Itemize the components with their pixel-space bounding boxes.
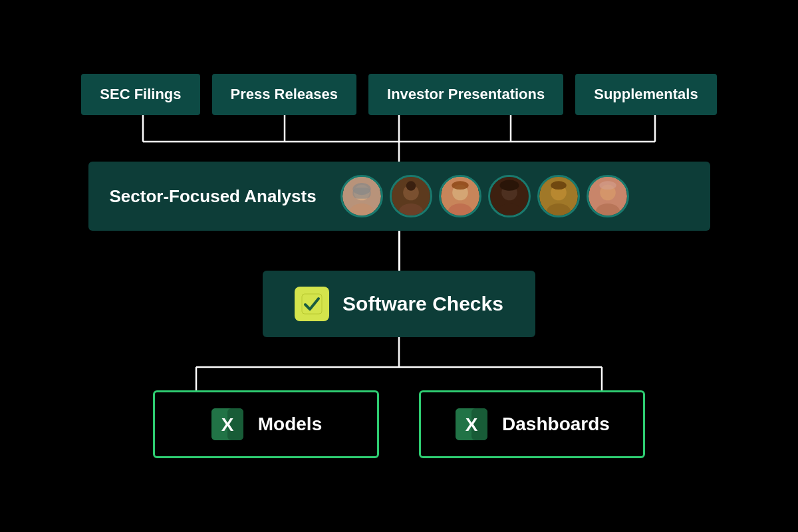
- avatar-4: [488, 175, 531, 217]
- svg-rect-10: [352, 188, 370, 198]
- avatar-2: [390, 175, 432, 217]
- connector-top: [33, 115, 765, 162]
- svg-point-14: [406, 181, 416, 191]
- top-row: SEC Filings Press Releases Investor Pres…: [33, 74, 765, 115]
- avatar-6: [587, 175, 629, 217]
- avatar-5: [537, 175, 580, 217]
- org-diagram: SEC Filings Press Releases Investor Pres…: [33, 74, 765, 458]
- analysts-label: Sector-Focused Analysts: [110, 186, 317, 207]
- svg-text:X: X: [466, 414, 478, 435]
- top-box-sec-filings: SEC Filings: [81, 74, 200, 115]
- excel-icon-models: X: [210, 407, 245, 442]
- v-connector-1: [398, 231, 400, 271]
- analysts-box: Sector-Focused Analysts: [88, 162, 710, 231]
- svg-point-30: [599, 181, 616, 190]
- avatar-3: [439, 175, 481, 217]
- connector-bottom: [33, 337, 765, 390]
- models-box: X Models: [153, 390, 379, 458]
- top-box-press-releases: Press Releases: [212, 74, 356, 115]
- svg-text:X: X: [221, 414, 233, 435]
- dashboards-box: X Dashboards: [419, 390, 645, 458]
- analysts-avatars: [340, 175, 629, 217]
- models-label: Models: [258, 414, 322, 435]
- excel-icon-dashboards: X: [454, 407, 489, 442]
- svg-point-26: [551, 181, 567, 190]
- software-checks-label: Software Checks: [342, 293, 503, 315]
- svg-point-18: [452, 181, 468, 190]
- checkbox-icon: [295, 287, 329, 321]
- top-box-investor-presentations: Investor Presentations: [368, 74, 563, 115]
- avatar-1: [340, 175, 383, 217]
- top-box-supplementals: Supplementals: [575, 74, 716, 115]
- software-checks-box: Software Checks: [263, 271, 535, 337]
- dashboards-label: Dashboards: [502, 414, 610, 435]
- svg-point-22: [499, 180, 519, 191]
- bottom-row: X Models X Dashboards: [33, 390, 765, 458]
